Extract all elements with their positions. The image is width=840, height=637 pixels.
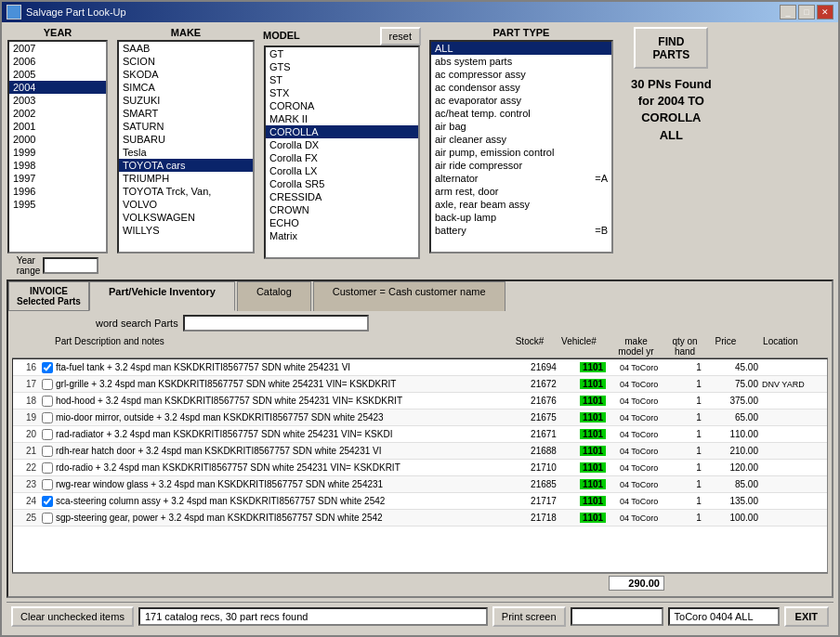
model-item[interactable]: Corolla DX <box>266 138 418 151</box>
model-item[interactable]: MARK II <box>266 112 418 125</box>
model-item[interactable]: COROLLA <box>266 125 418 138</box>
year-range-input[interactable] <box>43 257 98 274</box>
year-item[interactable]: 2004 <box>9 81 106 94</box>
year-item[interactable]: 2005 <box>9 68 106 81</box>
year-item[interactable]: 1995 <box>9 198 106 211</box>
reset-button[interactable]: reset <box>380 27 421 46</box>
model-item[interactable]: CRESSIDA <box>266 190 418 203</box>
model-item[interactable]: ST <box>266 73 418 86</box>
model-item[interactable]: CORONA <box>266 99 418 112</box>
tab-catalog[interactable]: Catalog <box>237 281 311 311</box>
year-item[interactable]: 2006 <box>9 55 106 68</box>
row-stock: 21694 <box>521 362 566 372</box>
make-item[interactable]: Tesla <box>119 146 253 159</box>
model-item[interactable]: Corolla SR5 <box>266 177 418 190</box>
make-item[interactable]: SMART <box>119 107 253 120</box>
make-item[interactable]: SKODA <box>119 68 253 81</box>
vehicle-badge: 1101 <box>580 496 606 506</box>
table-row: 16 fta-fuel tank + 3.2 4spd man KSKDKRIT… <box>13 359 827 376</box>
make-item[interactable]: WILLYS <box>119 224 253 237</box>
vehicle-badge: 1101 <box>580 396 606 406</box>
make-item[interactable]: SAAB <box>119 42 253 55</box>
year-item[interactable]: 2003 <box>9 94 106 107</box>
make-item[interactable]: SATURN <box>119 120 253 133</box>
part-type-item[interactable]: air cleaner assy <box>431 133 611 146</box>
row-checkbox[interactable] <box>39 513 56 524</box>
part-type-item[interactable]: air pump, emission control <box>431 146 611 159</box>
part-type-listbox[interactable]: ALLabs system partsac compressor assyac … <box>429 40 613 254</box>
row-checkbox[interactable] <box>39 479 56 490</box>
part-type-item[interactable]: ALL <box>431 42 611 55</box>
th-make: makemodel yr <box>606 336 666 357</box>
row-checkbox[interactable] <box>39 412 56 423</box>
model-item[interactable]: Corolla FX <box>266 151 418 164</box>
find-parts-button[interactable]: FINDPARTS <box>634 27 708 69</box>
part-type-item[interactable]: axle, rear beam assy <box>431 198 611 211</box>
part-type-item[interactable]: battery =B <box>431 224 611 237</box>
row-checkbox[interactable] <box>39 462 56 474</box>
part-type-item[interactable]: arm rest, door <box>431 185 611 198</box>
tab-customer[interactable]: Customer = Cash customer name <box>313 281 505 311</box>
model-item[interactable]: Matrix <box>266 229 418 242</box>
model-item[interactable]: GTS <box>266 60 418 73</box>
make-item[interactable]: TOYOTA cars <box>119 159 253 172</box>
table-row: 25 sgp-steering gear, power + 3.2 4spd m… <box>13 510 827 526</box>
exit-button[interactable]: EXIT <box>784 606 829 627</box>
make-item[interactable]: SIMCA <box>119 81 253 94</box>
close-button[interactable]: ✕ <box>817 5 833 20</box>
year-item[interactable]: 2007 <box>9 42 106 55</box>
year-item[interactable]: 1996 <box>9 185 106 198</box>
search-box2[interactable] <box>571 607 663 626</box>
make-item[interactable]: SCION <box>119 55 253 68</box>
th-chk <box>38 336 55 357</box>
model-listbox[interactable]: GTGTSSTSTXCORONAMARK IICOROLLACorolla DX… <box>264 46 420 259</box>
invoice-tab[interactable]: INVOICESelected Parts <box>8 281 89 311</box>
part-type-item[interactable]: ac evaporator assy <box>431 94 611 107</box>
row-stock: 21718 <box>521 513 566 523</box>
year-item[interactable]: 2001 <box>9 120 106 133</box>
row-make: 04 ToCoro <box>620 363 680 372</box>
part-type-item[interactable]: back-up lamp <box>431 211 611 224</box>
model-item[interactable]: CROWN <box>266 203 418 216</box>
th-num <box>12 336 38 357</box>
model-label: MODEL <box>263 30 300 41</box>
make-item[interactable]: VOLVO <box>119 198 253 211</box>
model-item[interactable]: GT <box>266 47 418 60</box>
year-item[interactable]: 2000 <box>9 133 106 146</box>
part-type-item[interactable]: ac condensor assy <box>431 81 611 94</box>
year-item[interactable]: 1997 <box>9 172 106 185</box>
model-item[interactable]: Corolla LX <box>266 164 418 177</box>
make-item[interactable]: VOLKSWAGEN <box>119 211 253 224</box>
row-checkbox[interactable] <box>39 496 56 507</box>
row-checkbox[interactable] <box>39 379 56 390</box>
part-type-item[interactable]: ac/heat temp. control <box>431 107 611 120</box>
year-listbox[interactable]: 2007200620052004200320022001200019991998… <box>7 40 108 254</box>
tab-inventory[interactable]: Part/Vehicle Inventory <box>89 281 235 311</box>
part-type-item[interactable]: abs system parts <box>431 55 611 68</box>
search-input[interactable] <box>183 315 369 332</box>
row-checkbox[interactable] <box>39 429 56 440</box>
parts-table-body[interactable]: 16 fta-fuel tank + 3.2 4spd man KSKDKRIT… <box>12 358 828 573</box>
row-vehicle: 1101 <box>566 513 620 523</box>
row-checkbox[interactable] <box>39 396 56 407</box>
model-item[interactable]: STX <box>266 86 418 99</box>
part-type-item[interactable]: ac compressor assy <box>431 68 611 81</box>
print-button[interactable]: Print screen <box>492 606 566 627</box>
make-item[interactable]: TRIUMPH <box>119 172 253 185</box>
make-item[interactable]: SUZUKI <box>119 94 253 107</box>
part-type-item[interactable]: air bag <box>431 120 611 133</box>
row-checkbox[interactable] <box>39 362 56 373</box>
make-item[interactable]: TOYOTA Trck, Van, <box>119 185 253 198</box>
part-type-item[interactable]: air ride compressor <box>431 159 611 172</box>
clear-button[interactable]: Clear unchecked items <box>11 606 134 627</box>
year-item[interactable]: 1999 <box>9 146 106 159</box>
row-checkbox[interactable] <box>39 446 56 457</box>
make-item[interactable]: SUBARU <box>119 133 253 146</box>
model-item[interactable]: ECHO <box>266 216 418 229</box>
minimize-button[interactable]: _ <box>780 5 796 20</box>
maximize-button[interactable]: □ <box>798 5 815 20</box>
part-type-item[interactable]: alternator =A <box>431 172 611 185</box>
year-item[interactable]: 1998 <box>9 159 106 172</box>
year-item[interactable]: 2002 <box>9 107 106 120</box>
make-listbox[interactable]: SAABSCIONSKODASIMCASUZUKISMARTSATURNSUBA… <box>117 40 255 254</box>
